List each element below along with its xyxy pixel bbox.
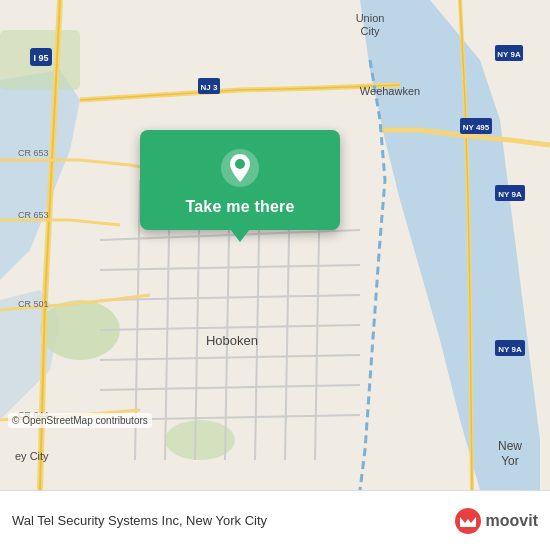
svg-text:CR 653: CR 653 — [18, 148, 49, 158]
svg-text:Yor: Yor — [501, 454, 519, 468]
bottom-bar: Wal Tel Security Systems Inc, New York C… — [0, 490, 550, 550]
svg-text:CR 653: CR 653 — [18, 210, 49, 220]
map-container: I 95 NJ 3 NY 9A NY 9A NY 9A NY 495 CR 65… — [0, 0, 550, 490]
moovit-logo-icon — [454, 507, 482, 535]
svg-text:NY 9A: NY 9A — [497, 50, 521, 59]
svg-text:New: New — [498, 439, 522, 453]
svg-text:City: City — [361, 25, 380, 37]
svg-text:Weehawken: Weehawken — [360, 85, 420, 97]
svg-text:CR 501: CR 501 — [18, 299, 49, 309]
svg-text:Hoboken: Hoboken — [206, 333, 258, 348]
location-pin-icon — [220, 148, 260, 188]
svg-point-45 — [235, 159, 245, 169]
svg-text:NY 9A: NY 9A — [498, 190, 522, 199]
location-name: Wal Tel Security Systems Inc, New York C… — [12, 513, 454, 528]
moovit-logo: moovit — [454, 507, 538, 535]
svg-text:NY 9A: NY 9A — [498, 345, 522, 354]
osm-attribution: © OpenStreetMap contributors — [8, 413, 152, 428]
location-popup[interactable]: Take me there — [140, 130, 340, 230]
svg-text:Union: Union — [356, 12, 385, 24]
svg-text:I 95: I 95 — [33, 53, 48, 63]
svg-text:NJ 3: NJ 3 — [201, 83, 218, 92]
moovit-logo-text: moovit — [486, 512, 538, 530]
svg-text:ey City: ey City — [15, 450, 49, 462]
svg-text:NY 495: NY 495 — [463, 123, 490, 132]
take-me-there-button[interactable]: Take me there — [185, 198, 294, 216]
